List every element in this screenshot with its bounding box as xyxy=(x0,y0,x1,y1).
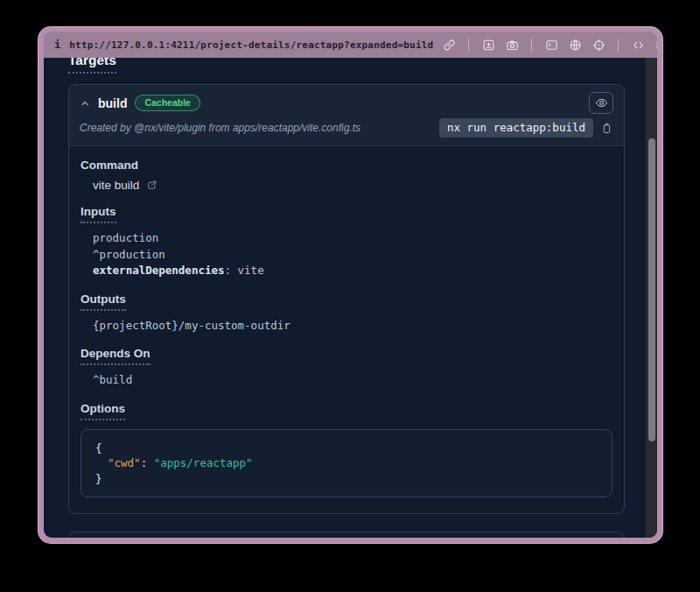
toolbar-divider xyxy=(531,39,532,52)
target-name: build xyxy=(98,96,127,110)
terminal-icon[interactable] xyxy=(544,38,558,52)
depends-on-heading: Depends On xyxy=(80,347,612,365)
scrollbar-track[interactable] xyxy=(646,58,657,538)
chevron-up-icon xyxy=(80,98,90,109)
target-build-header[interactable]: build Cacheable Created by @nx/vite/plug… xyxy=(69,85,624,146)
browser-window: i http://127.0.0.1:4211/project-details/… xyxy=(38,27,662,543)
section-inputs: Inputs production ^production externalDe… xyxy=(80,205,612,279)
created-by-text: Created by @nx/vite/plugin from apps/rea… xyxy=(80,122,360,134)
section-outputs: Outputs {projectRoot}/my-custom-outdir xyxy=(80,292,612,335)
toolbar-divider xyxy=(468,39,469,52)
command-value: vite build xyxy=(93,179,139,192)
target-build-body: Command vite build Inpu xyxy=(69,146,624,513)
run-command-chip: nx run reactapp:build xyxy=(439,118,593,137)
target-card-build: build Cacheable Created by @nx/vite/plug… xyxy=(68,84,625,514)
info-icon: i xyxy=(54,39,60,51)
page-title: Targets xyxy=(68,58,625,74)
json-line: } xyxy=(95,471,598,487)
link-icon[interactable] xyxy=(442,38,456,52)
section-command: Command vite build xyxy=(80,159,612,192)
output-item: {projectRoot}/my-custom-outdir xyxy=(93,318,612,335)
toolbar-divider xyxy=(618,39,619,52)
eye-icon xyxy=(595,96,608,109)
json-line: "cwd": "apps/reactapp" xyxy=(95,455,598,471)
split-view-icon[interactable] xyxy=(654,38,657,52)
options-json-box: { "cwd": "apps/reactapp" } xyxy=(80,429,612,498)
options-heading: Options xyxy=(80,402,612,420)
target-card-serve[interactable]: serve vite serve xyxy=(68,532,625,538)
input-item: production xyxy=(93,230,612,247)
command-heading: Command xyxy=(80,159,612,172)
camera-icon[interactable] xyxy=(505,38,519,52)
section-options: Options { "cwd": "apps/reactapp" } xyxy=(80,402,612,498)
view-details-button[interactable] xyxy=(589,92,613,114)
cacheable-badge: Cacheable xyxy=(135,95,200,111)
input-item: ^production xyxy=(93,247,612,264)
page-content: Targets build Cacheable xyxy=(44,58,646,538)
section-depends-on: Depends On ^build xyxy=(80,347,612,389)
desktop-background: i http://127.0.0.1:4211/project-details/… xyxy=(0,0,700,592)
download-icon[interactable] xyxy=(481,38,495,52)
json-line: { xyxy=(95,440,598,456)
inputs-heading: Inputs xyxy=(80,205,612,223)
code-icon[interactable] xyxy=(631,38,645,52)
url-text: http://127.0.0.1:4211/project-details/re… xyxy=(69,39,433,51)
toolbar-actions xyxy=(442,38,657,52)
input-item: externalDependencies: vite xyxy=(93,263,612,279)
outputs-heading: Outputs xyxy=(80,292,612,311)
browser-toolbar: i http://127.0.0.1:4211/project-details/… xyxy=(44,32,657,58)
copy-button[interactable] xyxy=(600,122,613,135)
globe-icon[interactable] xyxy=(568,38,582,52)
crosshair-icon[interactable] xyxy=(592,38,606,52)
page-viewport: Targets build Cacheable xyxy=(44,58,657,538)
scrollbar-thumb[interactable] xyxy=(648,138,655,441)
copy-icon xyxy=(600,122,613,135)
external-link-icon[interactable] xyxy=(146,180,158,191)
depends-on-item: ^build xyxy=(93,372,612,389)
